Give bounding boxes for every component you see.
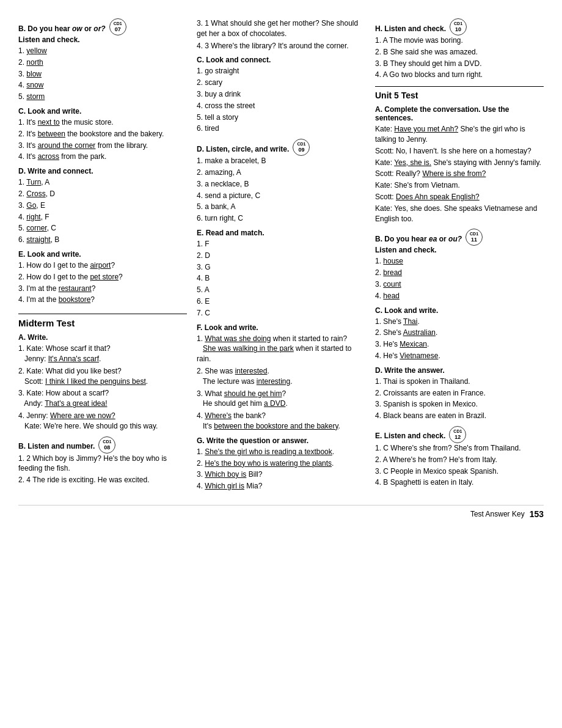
midterm-B-section: B. Listen and number. CD1 08 1. 2 Which … [18,436,187,485]
list-item: 1. C Where's she from? She's from Thaila… [375,443,544,454]
list-item: 5. corner, C [18,223,187,233]
section-unit4-C: C. Look and write. 1. It's next to the m… [18,107,187,162]
cd-badge-08: CD1 08 [98,436,115,454]
section-unit4-B-subtitle: Listen and check. [18,35,187,44]
list-item: 4. right, F [18,212,187,222]
unit5-C-title: C. Look and write. [375,306,544,315]
unit5-B-subtitle: Listen and check. [375,246,544,254]
section-unit4-D: D. Write and connect. 1. Turn, A 2. Cros… [18,167,187,245]
footer-page-number: 153 [530,509,544,519]
list-item: 2. 4 The ride is exciting. He was excite… [18,475,187,485]
list-item: 4. snow [18,80,187,90]
section-unit4-E: E. Look and write. 1. How do I get to th… [18,250,187,305]
section-col2-D-title: D. Listen, circle, and write. [197,145,289,153]
column-3: H. Listen and check. CD1 10 1. A The mov… [370,18,544,493]
list-item: Kate: Have you met Anh? She's the girl w… [375,124,544,145]
list-item: 1. yellow [18,46,187,56]
list-item: 7. C [197,308,365,318]
list-item: 1. F [197,239,365,249]
list-item: 3. What should he get him? He should get… [197,389,365,410]
section-col2-C-title: C. Look and connect. [197,56,365,64]
list-item: 2. A Where's he from? He's from Italy. [375,455,544,465]
list-item: 3. C People in Mexico speak Spanish. [375,466,544,477]
footer-label: Test Answer Key [470,510,525,518]
list-item: 3. G [197,262,365,273]
list-item: 1. Kate: Whose scarf it that? Jenny: It'… [18,344,187,364]
list-item: 4. A Go two blocks and turn right. [375,70,544,80]
list-item: 6. turn right, C [197,213,365,224]
list-item: 1. 2 Which boy is Jimmy? He's the boy wh… [18,454,187,474]
list-item: 1. make a bracelet, B [197,156,365,166]
section-col2-E: E. Read and match. 1. F 2. D 3. G 4. B 5… [197,229,365,318]
list-item: 3. count [375,279,544,290]
list-item: 1. What was she doing when it started to… [197,334,365,364]
unit5-D-title: D. Write the answer. [375,366,544,375]
list-item: 3. I'm at the restaurant? [18,284,187,294]
midterm-A-title: A. Write. [18,333,187,342]
list-item: 2. amazing, A [197,167,365,178]
section-col2-top: 3. 1 What should she get her mother? She… [197,18,365,51]
list-item: 2. bread [375,268,544,278]
list-item: 3. Go, E [18,200,187,211]
list-item: 4. He's Vietnamese. [375,351,544,361]
list-item: 2. B She said she was amazed. [375,47,544,57]
list-item: 2. Cross, D [18,189,187,199]
list-item: 1. She's Thai. [375,317,544,327]
list-item: 5. storm [18,92,187,102]
list-item: 1. go straight [197,66,365,76]
unit5-C-section: C. Look and write. 1. She's Thai. 2. She… [375,306,544,361]
list-item: 4. B Spaghetti is eaten in Italy. [375,477,544,488]
list-item: 2. Kate: What did you like best? Scott: … [18,366,187,387]
list-item: 3. 1 What should she get her mother? She… [197,18,365,39]
section-col2-F-title: F. Look and write. [197,323,365,332]
section-col2-C: C. Look and connect. 1. go straight 2. s… [197,56,365,134]
unit5-title: Unit 5 Test [375,90,544,100]
list-item: 4. 3 Where's the library? It's around th… [197,41,365,51]
section-col2-G-title: G. Write the question or answer. [197,436,365,445]
list-item: 5. A [197,285,365,295]
unit5-E-title: E. Listen and check. [375,432,445,440]
list-item: 3. Spanish is spoken in Mexico. [375,399,544,410]
list-item: 4. I'm at the bookstore? [18,295,187,305]
list-item: Scott: No, I haven't. Is she here on a h… [375,146,544,156]
list-item: 3. Which boy is Bill? [197,469,365,480]
section-col2-F: F. Look and write. 1. What was she doing… [197,323,365,432]
page-footer: Test Answer Key 153 [18,505,544,519]
list-item: 5. tell a story [197,112,365,123]
section-unit4-B-title: B. Do you hear ow or or? [18,24,106,33]
list-item: 1. Turn, A [18,177,187,188]
list-item: 2. She's Australian. [375,328,544,338]
list-item: 6. straight, B [18,235,187,245]
list-item: 2. He's the boy who is watering the plan… [197,458,365,469]
list-item: 2. How do I get to the pet store? [18,272,187,282]
section-col3-H: H. Listen and check. CD1 10 1. A The mov… [375,18,544,80]
unit5-B-section: B. Do you hear ea or ou? CD1 11 Listen a… [375,229,544,301]
list-item: Kate: Yes, she does. She speaks Vietname… [375,204,544,224]
section-col2-E-title: E. Read and match. [197,229,365,237]
page-container: B. Do you hear ow or or? CD1 07 Listen a… [18,18,544,493]
list-item: 3. He's Mexican. [375,339,544,350]
list-item: 4. send a picture, C [197,191,365,201]
section-col3-H-title: H. Listen and check. [375,24,446,33]
column-1: B. Do you hear ow or or? CD1 07 Listen a… [18,18,192,493]
section-col2-G: G. Write the question or answer. 1. She'… [197,436,365,491]
list-item: 2. It's between the bookstore and the ba… [18,129,187,139]
list-item: 5. a bank, A [197,202,365,212]
list-item: 2. Croissants are eaten in France. [375,388,544,399]
list-item: Kate: Yes, she is. She's staying with Je… [375,158,544,168]
list-item: 3. buy a drink [197,89,365,100]
section-unit4-E-title: E. Look and write. [18,250,187,259]
list-item: 3. blow [18,69,187,79]
list-item: 4. B [197,273,365,284]
unit5-E-section: E. Listen and check. CD1 12 1. C Where's… [375,426,544,488]
midterm-section: Midterm Test A. Write. 1. Kate: Whose sc… [18,314,187,485]
unit5-D-section: D. Write the answer. 1. Thai is spoken i… [375,366,544,421]
midterm-title: Midterm Test [18,314,187,328]
midterm-B-title: B. Listen and number. [18,442,95,450]
list-item: 6. E [197,296,365,307]
list-item: 3. B They should get him a DVD. [375,59,544,69]
list-item: 1. A The movie was boring. [375,35,544,46]
section-unit4-C-title: C. Look and write. [18,107,187,116]
unit5-A-title: A. Complete the conversation. Use the se… [375,105,544,122]
list-item: 1. It's next to the music store. [18,117,187,128]
